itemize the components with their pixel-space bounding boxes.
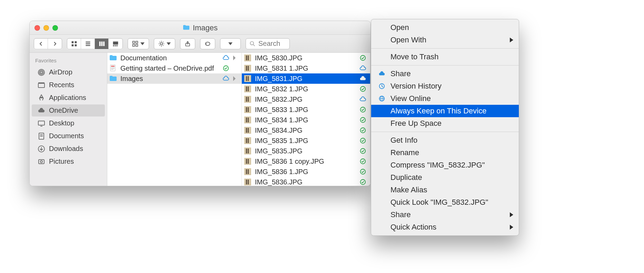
sidebar-item-desktop[interactable]: Desktop — [32, 117, 105, 129]
list-view-button[interactable] — [81, 39, 95, 49]
column1-row[interactable]: Documentation — [107, 53, 241, 63]
close-button[interactable] — [34, 25, 40, 31]
menu-item-label: Quick Actions — [390, 223, 436, 232]
sidebar-item-downloads[interactable]: Downloads — [32, 143, 105, 155]
column2-row[interactable]: IMG_5833 1.JPG — [242, 104, 370, 115]
nav-buttons — [34, 38, 62, 49]
documents-icon — [37, 132, 46, 140]
menu-item[interactable]: View Online — [371, 92, 519, 105]
forward-button[interactable] — [48, 39, 62, 49]
column2-row[interactable]: IMG_5834 1.JPG — [242, 115, 370, 125]
row-label: IMG_5835 1.JPG — [255, 137, 356, 145]
recents-icon — [37, 81, 46, 89]
menu-item[interactable]: Move to Trash — [371, 51, 519, 63]
column2-row[interactable]: IMG_5836 1.JPG — [242, 166, 370, 177]
gallery-view-button[interactable] — [109, 39, 122, 49]
column2-row[interactable]: IMG_5832.JPG — [242, 94, 370, 104]
image-thumb-icon — [244, 95, 251, 103]
share-button[interactable] — [180, 38, 195, 49]
sidebar-item-recents[interactable]: Recents — [32, 79, 105, 91]
column2-row[interactable]: IMG_5832 1.JPG — [242, 84, 370, 94]
column2-row[interactable]: IMG_5835.JPG — [242, 146, 370, 156]
sidebar-item-label: Documents — [49, 132, 84, 140]
dropdown-button[interactable] — [220, 38, 241, 49]
minimize-button[interactable] — [43, 25, 49, 31]
menu-item[interactable]: Version History — [371, 80, 519, 92]
apps-icon — [37, 94, 46, 102]
menu-item-label: Share — [390, 69, 411, 78]
row-label: IMG_5831 1.JPG — [255, 64, 356, 72]
cloud-blue-icon — [378, 70, 386, 77]
menu-item-label: Always Keep on This Device — [390, 107, 486, 115]
menu-item[interactable]: Open — [371, 21, 519, 34]
sidebar-item-label: AirDrop — [49, 68, 72, 76]
group-by-button[interactable] — [128, 38, 149, 49]
chevron-right-icon — [233, 75, 238, 83]
menu-separator — [371, 65, 519, 65]
column2-row[interactable]: IMG_5830.JPG — [242, 53, 370, 63]
tags-button[interactable] — [200, 38, 215, 49]
menu-item[interactable]: Quick Look "IMG_5832.JPG" — [371, 196, 519, 209]
sync-status-icon — [359, 85, 367, 92]
search-field[interactable] — [246, 38, 290, 49]
action-button[interactable] — [154, 38, 175, 49]
column2-row[interactable]: IMG_5836.JPG — [242, 177, 370, 186]
menu-item-label: Quick Look "IMG_5832.JPG" — [390, 198, 488, 207]
sync-status-icon — [359, 168, 367, 175]
menu-item[interactable]: Share — [371, 209, 519, 221]
image-thumb-icon — [244, 116, 251, 124]
menu-item[interactable]: Compress "IMG_5832.JPG" — [371, 159, 519, 171]
column2-row[interactable]: IMG_5835 1.JPG — [242, 135, 370, 146]
sidebar-item-label: Pictures — [49, 158, 74, 165]
menu-item[interactable]: Make Alias — [371, 184, 519, 196]
chevron-right-icon — [233, 54, 238, 62]
chevron-right-icon — [510, 223, 513, 232]
column2-row[interactable]: IMG_5834.JPG — [242, 125, 370, 135]
sidebar-item-documents[interactable]: Documents — [32, 130, 105, 142]
pictures-icon — [37, 158, 46, 165]
column2-row[interactable]: IMG_5836 1 copy.JPG — [242, 156, 370, 166]
back-button[interactable] — [34, 39, 48, 49]
sync-status-icon — [359, 137, 367, 144]
column-view-button[interactable] — [95, 39, 109, 49]
sidebar-item-applications[interactable]: Applications — [32, 92, 105, 104]
column-1: Documentation Getting started – OneDrive… — [107, 53, 242, 186]
image-thumb-icon — [244, 127, 251, 134]
sidebar-item-onedrive[interactable]: OneDrive — [32, 104, 105, 117]
menu-item[interactable]: Rename — [371, 146, 519, 159]
column-2: IMG_5830.JPG IMG_5831 1.JPG IMG_5831.JPG… — [242, 53, 370, 186]
row-label: Images — [120, 75, 219, 83]
menu-item[interactable]: Quick Actions — [371, 221, 519, 233]
menu-item[interactable]: Always Keep on This Device — [371, 105, 519, 117]
menu-item[interactable]: Free Up Space — [371, 117, 519, 130]
downloads-icon — [37, 145, 46, 153]
menu-item-label: Free Up Space — [390, 119, 442, 128]
menu-item[interactable]: Duplicate — [371, 171, 519, 184]
sync-status-icon — [359, 75, 367, 82]
icon-view-button[interactable] — [67, 39, 81, 49]
zoom-button[interactable] — [52, 25, 58, 31]
window-title: Images — [193, 23, 218, 32]
column2-row[interactable]: IMG_5831.JPG — [242, 73, 370, 84]
image-thumb-icon — [244, 85, 251, 93]
row-label: IMG_5836 1.JPG — [255, 168, 356, 176]
chevron-down-icon — [140, 42, 145, 45]
menu-separator — [371, 132, 519, 132]
menu-item-label: Version History — [390, 82, 442, 91]
image-thumb-icon — [244, 54, 251, 62]
menu-item-label: View Online — [390, 94, 431, 103]
image-thumb-icon — [244, 168, 251, 175]
menu-item[interactable]: Open With — [371, 34, 519, 46]
menu-item[interactable]: Share — [371, 68, 519, 80]
image-thumb-icon — [244, 137, 251, 144]
menu-item-label: Duplicate — [390, 173, 422, 182]
column1-row[interactable]: Getting started – OneDrive.pdf — [107, 63, 241, 73]
menu-item-label: Compress "IMG_5832.JPG" — [390, 161, 485, 170]
sidebar-item-pictures[interactable]: Pictures — [32, 155, 105, 168]
column1-row[interactable]: Images — [107, 73, 241, 84]
menu-item[interactable]: Get Info — [371, 134, 519, 146]
sidebar-item-airdrop[interactable]: AirDrop — [32, 66, 105, 78]
column2-row[interactable]: IMG_5831 1.JPG — [242, 63, 370, 73]
search-input[interactable] — [258, 40, 286, 48]
row-label: IMG_5830.JPG — [255, 54, 356, 62]
